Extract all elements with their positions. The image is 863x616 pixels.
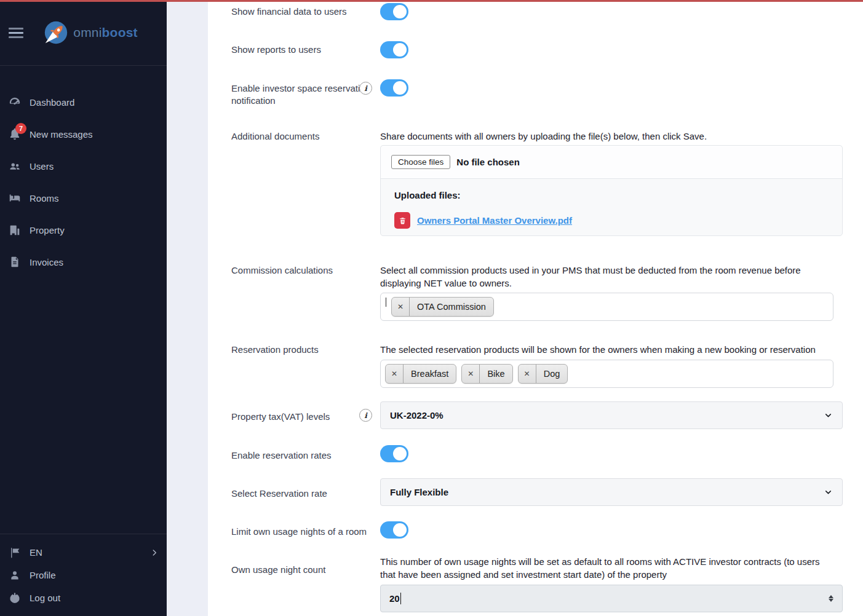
remove-tag-icon[interactable]: ✕	[386, 365, 404, 383]
documents-description: Share documents with all owners by uploa…	[380, 130, 823, 143]
sidebar-nav: Dashboard 7 New messages Users Rooms	[0, 86, 167, 278]
own-usage-description: This number of own usage nights will be …	[380, 555, 835, 581]
commission-products-multiselect[interactable]: ✕ OTA Commission	[380, 293, 833, 321]
field-label-vat-levels: Property tax(VAT) levels	[231, 411, 380, 423]
info-icon[interactable]: i	[359, 82, 372, 95]
bed-icon	[8, 191, 22, 205]
sidebar-item-profile[interactable]: Profile	[0, 564, 167, 586]
info-icon[interactable]: i	[359, 409, 372, 422]
sidebar-item-label: Property	[30, 225, 65, 235]
field-label-reservation-products: Reservation products	[231, 344, 380, 356]
reservation-rate-select[interactable]: Fully Flexible	[380, 478, 843, 506]
invoice-icon	[8, 255, 22, 269]
page-load-progress-bar	[0, 0, 863, 2]
sidebar-item-rooms[interactable]: Rooms	[0, 182, 167, 214]
reservation-rate-selected-value: Fully Flexible	[390, 487, 448, 497]
hamburger-menu-icon[interactable]	[9, 28, 23, 38]
toggle-investor-space-notification[interactable]	[380, 79, 408, 97]
tag-label: Dog	[536, 365, 568, 383]
building-icon	[8, 223, 22, 237]
uploaded-file-row: Owners Portal Master Overview.pdf	[394, 212, 829, 229]
remove-tag-icon[interactable]: ✕	[519, 365, 536, 383]
chevron-down-icon	[824, 411, 833, 420]
tag-dog: ✕ Dog	[518, 364, 568, 384]
sidebar-item-logout[interactable]: Log out	[0, 586, 167, 609]
number-stepper[interactable]	[829, 595, 833, 602]
sidebar-item-label: Profile	[30, 570, 56, 580]
vat-selected-value: UK-2022-0%	[390, 410, 443, 421]
language-selector[interactable]: EN	[0, 541, 167, 564]
language-label: EN	[30, 547, 42, 558]
sidebar-item-dashboard[interactable]: Dashboard	[0, 86, 167, 118]
sidebar-item-invoices[interactable]: Invoices	[0, 246, 167, 278]
uploaded-file-link[interactable]: Owners Portal Master Overview.pdf	[417, 215, 572, 226]
own-usage-count-input[interactable]: 20	[380, 585, 843, 612]
trash-icon	[399, 216, 407, 225]
sidebar-item-label: Invoices	[30, 257, 63, 267]
field-label-reservation-rate: Select Reservation rate	[231, 488, 380, 500]
tag-bike: ✕ Bike	[461, 364, 512, 384]
reservation-products-description: The selected reservation products will b…	[380, 343, 823, 356]
uploaded-files-section: Uploaded files: Owners Portal Master Ove…	[381, 179, 842, 229]
upload-panel: Choose files No file chosen Uploaded fil…	[380, 145, 843, 236]
sidebar-item-property[interactable]: Property	[0, 214, 167, 246]
commission-description: Select all commission products used in y…	[380, 264, 805, 290]
sidebar-item-label: Log out	[30, 593, 60, 603]
toggle-show-reports[interactable]	[380, 41, 408, 58]
choose-files-button[interactable]: Choose files	[391, 155, 450, 169]
sidebar-footer: EN Profile Log out	[0, 534, 167, 609]
tag-label: Breakfast	[404, 365, 456, 383]
field-label-limit-own-usage: Limit own usage nights of a room	[231, 526, 380, 538]
uploaded-files-title: Uploaded files:	[394, 190, 829, 200]
power-icon	[8, 591, 22, 605]
field-label-additional-documents: Additional documents	[231, 130, 380, 143]
remove-tag-icon[interactable]: ✕	[462, 365, 480, 383]
bell-icon: 7	[8, 127, 22, 141]
sidebar-item-new-messages[interactable]: 7 New messages	[0, 118, 167, 150]
tag-label: OTA Commission	[410, 298, 493, 316]
toggle-show-financial-data[interactable]	[380, 3, 408, 20]
field-label-financial: Show financial data to users	[231, 6, 380, 18]
reservation-products-multiselect[interactable]: ✕ Breakfast ✕ Bike ✕ Dog	[380, 360, 833, 388]
tag-label: Bike	[480, 365, 512, 383]
sidebar-item-label: Users	[30, 161, 54, 172]
main-area: Show financial data to users Show report…	[167, 0, 863, 616]
gauge-icon	[8, 95, 22, 109]
own-usage-count-value: 20	[389, 593, 400, 604]
logo-wordmark: omniboost	[73, 25, 137, 40]
chevron-right-icon	[150, 548, 159, 557]
sidebar-item-label: New messages	[30, 129, 93, 140]
settings-card: Show financial data to users Show report…	[208, 2, 863, 616]
text-cursor	[400, 593, 402, 604]
tag-breakfast: ✕ Breakfast	[385, 364, 456, 384]
vat-level-select[interactable]: UK-2022-0%	[380, 401, 843, 429]
field-label-own-usage-count: Own usage night count	[231, 564, 380, 576]
person-icon	[8, 569, 22, 582]
sidebar-item-label: Dashboard	[30, 97, 74, 108]
users-icon	[8, 159, 22, 173]
rocket-logo-icon	[44, 20, 68, 45]
field-label-commission: Commission calculations	[231, 264, 380, 277]
sidebar: omniboost Dashboard 7 New messages	[0, 0, 167, 616]
toggle-enable-reservation-rates[interactable]	[380, 445, 408, 462]
flag-icon	[8, 546, 22, 559]
file-input-row: Choose files No file chosen	[381, 146, 842, 179]
sidebar-item-label: Rooms	[30, 193, 59, 203]
field-label-reports: Show reports to users	[231, 44, 380, 56]
chevron-down-icon	[824, 488, 833, 497]
field-label-investor-notification: Enable investor space reservation notifi…	[231, 82, 380, 107]
text-cursor	[386, 298, 386, 307]
settings-page: omniboost Dashboard 7 New messages	[0, 0, 863, 616]
omniboost-logo: omniboost	[23, 20, 158, 45]
delete-file-button[interactable]	[394, 212, 410, 229]
unread-count-badge: 7	[15, 123, 26, 134]
field-label-reservation-rates: Enable reservation rates	[231, 449, 380, 462]
sidebar-header: omniboost	[0, 0, 167, 66]
sidebar-item-users[interactable]: Users	[0, 150, 167, 182]
no-file-chosen-text: No file chosen	[456, 157, 520, 167]
remove-tag-icon[interactable]: ✕	[392, 298, 410, 316]
toggle-limit-own-usage[interactable]	[380, 521, 408, 539]
tag-ota-commission: ✕ OTA Commission	[391, 297, 494, 317]
